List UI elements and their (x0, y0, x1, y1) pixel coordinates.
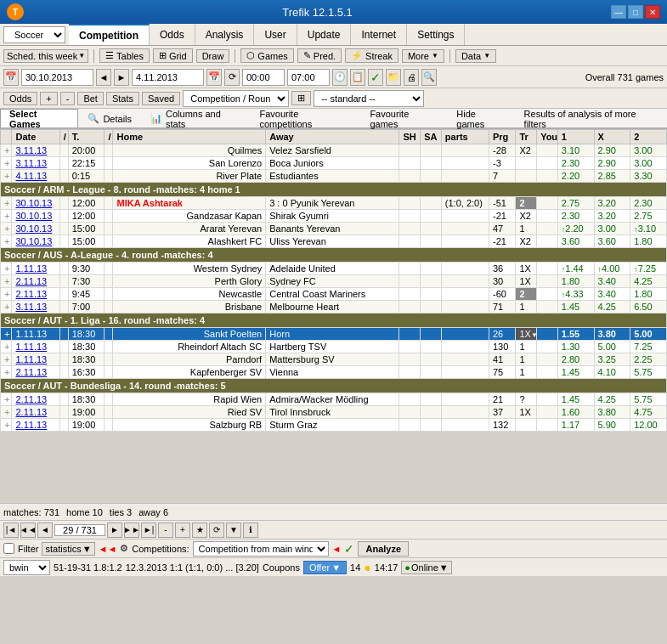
tab-analysis[interactable]: Analysis (195, 24, 255, 45)
table-row[interactable]: +2.11.1316:30Kapfenberger SVVienna7511.4… (1, 366, 667, 379)
nav-reload[interactable]: ⟳ (209, 523, 224, 538)
col-you[interactable]: You (537, 130, 558, 144)
table-row[interactable]: Soccer / AUT - 1. Liga - 16. round -matc… (1, 314, 667, 328)
odds-button[interactable]: Odds (3, 92, 37, 105)
col-home[interactable]: Home (113, 130, 266, 144)
tables-button[interactable]: ☰ Tables (99, 48, 150, 63)
export-btn[interactable]: 📋 (350, 69, 365, 86)
table-row[interactable]: +30.10.1315:00Ararat YerevanBanants Yere… (1, 223, 667, 235)
red-arrow-left[interactable]: ◄◄ (99, 544, 117, 554)
date-next[interactable]: ► (114, 69, 129, 86)
minimize-button[interactable]: — (611, 5, 626, 19)
col-parts[interactable]: parts (441, 130, 489, 144)
filter-checkbox[interactable] (3, 543, 14, 554)
nav-info[interactable]: ℹ (243, 523, 258, 538)
tab-select-games[interactable]: Select Games (0, 109, 78, 127)
tab-hide-games[interactable]: Hide games (447, 109, 514, 127)
date-from-input[interactable] (21, 69, 93, 86)
offer-button[interactable]: Offer ▼ (303, 561, 347, 574)
nav-prev10[interactable]: ◄◄ (20, 523, 36, 538)
tab-results-analysis[interactable]: Results of analysis of more filters (515, 109, 667, 127)
tab-columns-stats[interactable]: 📊 Columns and stats (141, 109, 250, 127)
competition-from-main-select[interactable]: Competition from main window (193, 541, 329, 556)
pred-button[interactable]: ✎ Pred. (297, 48, 342, 63)
tab-odds[interactable]: Odds (150, 24, 195, 45)
col-tr[interactable]: Tr (516, 130, 537, 144)
table-row[interactable]: +2.11.1318:30Rapid WienAdmira/Wacker Möd… (1, 393, 667, 406)
table-row[interactable]: +2.11.1319:00Ried SVTirol Innsbruck371X1… (1, 406, 667, 419)
red-arrow-left2[interactable]: ◄ (332, 544, 342, 554)
col-o2[interactable]: 2 (630, 130, 667, 144)
time-to-input[interactable] (287, 69, 330, 86)
settings-icon[interactable]: ⚙ (120, 543, 128, 554)
tab-fav-competitions[interactable]: Favourite competitions (250, 109, 360, 127)
nav-last[interactable]: ►| (141, 523, 156, 538)
date-nav-left[interactable]: 📅 (3, 69, 19, 86)
plus-button[interactable]: + (40, 92, 57, 105)
table-row[interactable]: +2.11.137:30Perth GlorySydney FC301X1.80… (1, 275, 667, 288)
stats-button[interactable]: Stats (106, 92, 139, 105)
schedule-dropdown[interactable]: Sched. this week ▼ (3, 49, 88, 63)
col-o1[interactable]: 1 (557, 130, 594, 144)
standard-select[interactable]: -- standard -- (314, 90, 424, 107)
table-row[interactable]: +4.11.130:15River PlateEstudiantes72.202… (1, 170, 667, 183)
tab-update[interactable]: Update (297, 24, 352, 45)
saved-button[interactable]: Saved (142, 92, 180, 105)
close-button[interactable]: ✕ (645, 5, 660, 19)
nav-down[interactable]: ▼ (226, 523, 241, 538)
table-row[interactable]: +2.11.139:45NewcastleCentral Coast Marin… (1, 288, 667, 301)
table-row[interactable]: +2.11.1319:00Salzburg RBSturm Graz1321.1… (1, 419, 667, 432)
time-from-input[interactable] (242, 69, 285, 86)
table-row[interactable]: Soccer / AUT - Bundesliga - 14. round -m… (1, 379, 667, 393)
nav-next10[interactable]: ►► (124, 523, 139, 538)
comp-roun-select[interactable]: Competition / Roun (183, 90, 289, 107)
maximize-button[interactable]: □ (628, 5, 643, 19)
tab-fav-games[interactable]: Favourite games (360, 109, 447, 127)
time-clock-icon[interactable]: 🕐 (332, 69, 348, 86)
print-icon[interactable]: 🖨 (404, 69, 419, 86)
date-to-input[interactable] (132, 69, 204, 86)
table-row[interactable]: +30.10.1315:00Alashkert FCUliss Yerevan-… (1, 235, 667, 248)
nav-next[interactable]: ► (107, 523, 122, 538)
table-row[interactable]: +3.11.1320:00QuilmesVelez Sarsfield-28X2… (1, 144, 667, 157)
filter-icon-btn[interactable]: ⊞ (291, 91, 311, 105)
online-status[interactable]: ● Online ▼ (401, 561, 451, 574)
more-button[interactable]: More ▼ (402, 49, 444, 63)
col-prg[interactable]: Prg (489, 130, 515, 144)
statistics-dropdown[interactable]: statistics ▼ (42, 542, 94, 556)
nav-plus[interactable]: + (175, 523, 190, 538)
calendar-icon-btn[interactable]: 📅 (206, 69, 222, 86)
table-row[interactable]: +30.10.1312:00MIKA Ashtarak3 : 0 Pyunik … (1, 197, 667, 210)
col-sh[interactable]: SH (399, 130, 421, 144)
tab-details[interactable]: 🔍 Details (78, 109, 141, 127)
green-checkmark[interactable]: ✓ (344, 542, 354, 556)
table-row[interactable]: +30.10.1312:00Gandzasar KapanShirak Gyum… (1, 210, 667, 223)
sport-selector[interactable]: Soccer (3, 26, 65, 43)
search-icon[interactable]: 🔍 (421, 69, 437, 86)
nav-minus[interactable]: - (158, 523, 173, 538)
refresh-btn[interactable]: ⟳ (224, 69, 240, 86)
minus-button[interactable]: - (60, 92, 76, 105)
table-row[interactable]: +3.11.137:00BrisbaneMelbourne Heart7111.… (1, 301, 667, 314)
table-row[interactable]: +1.11.1318:30Rheindorf Altach SCHartberg… (1, 341, 667, 353)
table-row[interactable]: Soccer / ARM - League - 8. round -matche… (1, 183, 667, 197)
tab-user[interactable]: User (254, 24, 297, 45)
col-date[interactable]: Date (12, 130, 59, 144)
table-scroll[interactable]: Date / T. / Home Away SH SA parts Prg Tr… (0, 129, 667, 503)
analyze-button[interactable]: Analyze (358, 541, 409, 556)
tab-competition[interactable]: Competition (69, 24, 150, 45)
tab-internet[interactable]: Internet (351, 24, 407, 45)
date-prev[interactable]: ◄ (96, 69, 111, 86)
table-row[interactable]: Soccer / AUS - A-League - 4. round -matc… (1, 248, 667, 263)
col-sa[interactable]: SA (421, 130, 442, 144)
col-away[interactable]: Away (266, 130, 399, 144)
table-row[interactable]: +1.11.139:30Western SydneyAdelaide Unite… (1, 263, 667, 275)
col-ox[interactable]: X (594, 130, 630, 144)
tab-settings[interactable]: Settings (407, 24, 465, 45)
streak-button[interactable]: ⚡ Streak (345, 48, 399, 63)
table-row[interactable]: +3.11.1322:15San LorenzoBoca Juniors-32.… (1, 157, 667, 170)
grid-button[interactable]: ⊞ Grid (153, 48, 193, 63)
bet-button[interactable]: Bet (77, 92, 104, 105)
table-row[interactable]: +1.11.1318:30Sankt PoeltenHorn261X▼1.553… (1, 328, 667, 341)
folder-icon[interactable]: 📁 (386, 69, 401, 86)
